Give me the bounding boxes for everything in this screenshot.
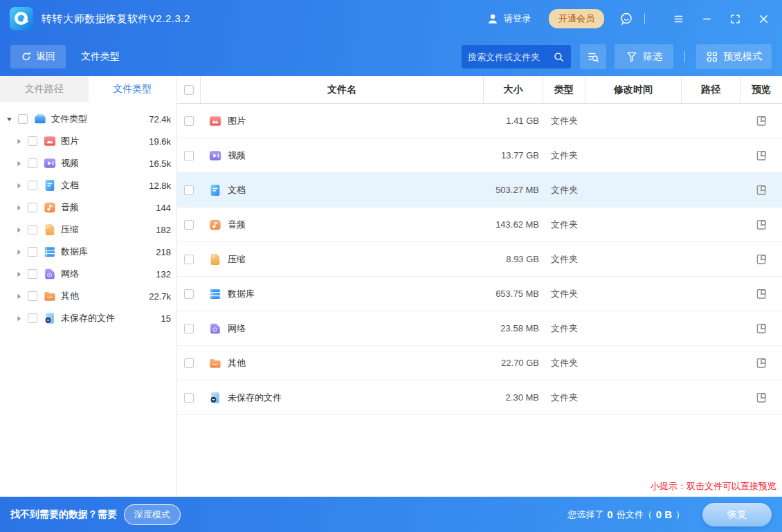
search-icon[interactable] xyxy=(553,51,565,63)
header-name[interactable]: 文件名 xyxy=(201,76,484,103)
file-size: 653.75 MB xyxy=(484,288,543,299)
menu-icon[interactable] xyxy=(673,13,684,25)
tab-file-type[interactable]: 文件类型 xyxy=(89,76,177,102)
table-row-documents[interactable]: 文档 503.27 MB 文件夹 xyxy=(177,173,782,208)
tree-checkbox[interactable] xyxy=(28,181,37,190)
toolbar: 返回 文件类型 筛选 预览模式 xyxy=(0,37,782,76)
row-checkbox[interactable] xyxy=(184,151,194,160)
tree-item-other[interactable]: 其他 22.7k xyxy=(0,285,176,307)
tree-item-unsaved[interactable]: 未保存的文件 15 xyxy=(0,307,176,329)
tree-item-audio[interactable]: 音频 144 xyxy=(0,196,176,219)
caret-down-icon[interactable] xyxy=(6,116,13,123)
tree-label: 音频 xyxy=(61,201,79,214)
deep-mode-button[interactable]: 深度模式 xyxy=(124,504,181,525)
back-button[interactable]: 返回 xyxy=(10,45,66,68)
tree-count: 144 xyxy=(156,203,171,213)
preview-icon[interactable] xyxy=(755,356,768,369)
header-type[interactable]: 类型 xyxy=(543,76,585,103)
selection-prefix: 您选择了 xyxy=(567,508,603,521)
tree-checkbox[interactable] xyxy=(28,136,37,146)
search-input[interactable] xyxy=(468,52,553,62)
close-icon[interactable] xyxy=(758,13,770,25)
network-icon xyxy=(209,322,221,335)
file-name: 压缩 xyxy=(228,253,246,266)
table-row-audio[interactable]: 音频 143.62 MB 文件夹 xyxy=(177,208,782,242)
audio-icon xyxy=(44,201,56,214)
table-row-databases[interactable]: 数据库 653.75 MB 文件夹 xyxy=(177,277,782,311)
row-checkbox[interactable] xyxy=(184,289,194,299)
header-path[interactable]: 路径 xyxy=(682,76,740,103)
preview-icon[interactable] xyxy=(755,253,768,266)
app-title: 转转大师数据恢复软件V2.2.3.2 xyxy=(42,12,190,26)
selected-count: 0 xyxy=(607,508,612,520)
caret-right-icon[interactable] xyxy=(15,204,23,212)
tree-label: 压缩 xyxy=(61,223,79,236)
preview-icon[interactable] xyxy=(755,218,768,231)
caret-right-icon[interactable] xyxy=(15,293,23,300)
minimize-icon[interactable] xyxy=(701,13,713,25)
table-row-other[interactable]: 其他 22.70 GB 文件夹 xyxy=(177,346,782,380)
table-row-unsaved[interactable]: 未保存的文件 2.30 MB 文件夹 xyxy=(177,380,782,415)
header-preview[interactable]: 预览 xyxy=(740,76,782,103)
row-checkbox[interactable] xyxy=(184,116,194,126)
list-search-button[interactable] xyxy=(580,44,606,69)
tree-item-documents[interactable]: 文档 12.8k xyxy=(0,174,176,196)
maximize-icon[interactable] xyxy=(729,13,741,25)
tab-file-path[interactable]: 文件路径 xyxy=(0,76,89,102)
tree-checkbox[interactable] xyxy=(28,291,37,301)
table-row-videos[interactable]: 视频 13.77 GB 文件夹 xyxy=(177,138,782,173)
tree-checkbox[interactable] xyxy=(28,247,37,257)
caret-right-icon[interactable] xyxy=(15,315,23,322)
tree-count: 182 xyxy=(156,225,171,235)
preview-icon[interactable] xyxy=(755,287,768,300)
caret-right-icon[interactable] xyxy=(15,248,23,256)
selection-middle: 份文件（ xyxy=(617,508,653,521)
table-row-images[interactable]: 图片 1.41 GB 文件夹 xyxy=(177,104,782,138)
table-row-archives[interactable]: 压缩 8.93 GB 文件夹 xyxy=(177,242,782,277)
select-all-checkbox[interactable] xyxy=(184,85,194,95)
tree-item-images[interactable]: 图片 19.6k xyxy=(0,130,176,152)
caret-right-icon[interactable] xyxy=(15,270,23,278)
recover-button[interactable]: 恢复 xyxy=(702,503,772,526)
tree-checkbox[interactable] xyxy=(18,114,28,124)
caret-right-icon[interactable] xyxy=(15,226,23,234)
document-icon xyxy=(209,184,221,196)
row-checkbox[interactable] xyxy=(184,220,194,230)
open-vip-button[interactable]: 开通会员 xyxy=(549,9,604,28)
login-button[interactable]: 请登录 xyxy=(487,12,531,25)
preview-mode-button[interactable]: 预览模式 xyxy=(696,44,772,69)
file-size: 143.62 MB xyxy=(484,219,543,230)
header-modified[interactable]: 修改时间 xyxy=(585,76,682,103)
tree-checkbox[interactable] xyxy=(28,313,37,323)
tree-checkbox[interactable] xyxy=(28,203,37,212)
preview-icon[interactable] xyxy=(755,114,768,127)
tree-item-network[interactable]: 网络 132 xyxy=(0,263,176,285)
caret-right-icon[interactable] xyxy=(15,160,23,167)
preview-icon[interactable] xyxy=(755,183,768,196)
header-size[interactable]: 大小 xyxy=(484,76,543,103)
caret-right-icon[interactable] xyxy=(15,138,23,145)
tree-checkbox[interactable] xyxy=(28,225,37,235)
preview-icon[interactable] xyxy=(755,149,768,162)
tree-item-databases[interactable]: 数据库 218 xyxy=(0,241,176,263)
row-checkbox[interactable] xyxy=(184,358,194,368)
caret-right-icon[interactable] xyxy=(15,182,23,190)
tree-item-archives[interactable]: 压缩 182 xyxy=(0,219,176,241)
row-checkbox[interactable] xyxy=(184,324,194,333)
tree-item-videos[interactable]: 视频 16.5k xyxy=(0,152,176,174)
row-checkbox[interactable] xyxy=(184,185,194,195)
unsaved-icon xyxy=(44,312,56,324)
tree-checkbox[interactable] xyxy=(28,269,37,279)
row-checkbox[interactable] xyxy=(184,393,194,403)
tree-item-file-types[interactable]: 文件类型 72.4k xyxy=(0,108,176,130)
preview-icon[interactable] xyxy=(755,391,768,404)
row-checkbox[interactable] xyxy=(184,255,194,264)
list-search-icon xyxy=(587,51,599,63)
search-box[interactable] xyxy=(462,45,571,68)
table-row-network[interactable]: 网络 23.58 MB 文件夹 xyxy=(177,311,782,346)
preview-icon[interactable] xyxy=(755,322,768,335)
customer-service-icon[interactable] xyxy=(619,12,633,26)
tree-checkbox[interactable] xyxy=(28,158,37,168)
filter-button[interactable]: 筛选 xyxy=(615,44,673,69)
sidebar-tabs: 文件路径 文件类型 xyxy=(0,76,176,102)
